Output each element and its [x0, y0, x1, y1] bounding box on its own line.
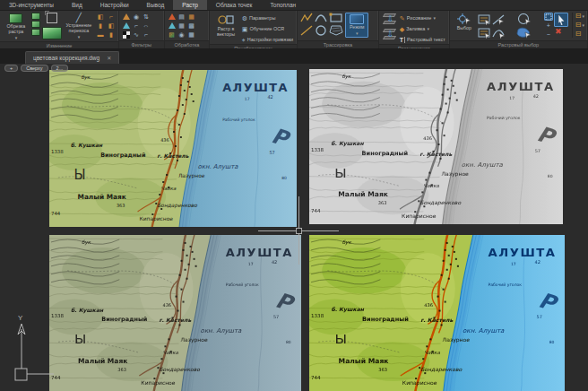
despeckle-icon[interactable]: ⌐ [142, 30, 151, 39]
raster-align-icon[interactable]: ◧ [107, 22, 116, 30]
binarization-icon[interactable] [122, 30, 131, 39]
raster-align-icon[interactable]: ▮ [107, 30, 116, 39]
svg-text:Малый Маяк: Малый Маяк [78, 193, 126, 201]
deselect-icon[interactable]: ✖ [554, 28, 563, 36]
fence-select-icon[interactable]: ⊟▾ [575, 13, 584, 20]
map-quadrant-saturated[interactable]: АЛУШТАРабочий уголок42175780Рбук1338б. К… [309, 235, 565, 391]
svg-text:57: 57 [269, 150, 274, 155]
select-arrow-button[interactable] [554, 13, 568, 27]
brightness-icon[interactable] [168, 13, 177, 21]
ucs-icon: Y [0, 308, 54, 391]
raster-draw-button[interactable]: ✎ Рисование ▾ [399, 13, 446, 22]
rasterize-selected-icon[interactable]: ⇩ [382, 13, 397, 25]
snap-settings-button[interactable]: ⌖ Настройки привязки [241, 35, 294, 44]
snap-settings-label: Настройки привязки [247, 37, 293, 42]
menu-tab-0[interactable]: 3D-инструменты [0, 0, 63, 10]
filter-sharpen-icon[interactable] [122, 22, 131, 30]
filter-blur-icon[interactable] [122, 13, 131, 21]
menu-tab-4[interactable]: Растр [173, 0, 207, 10]
adjust-vertical-icon[interactable]: ⇅ [142, 13, 151, 21]
panel-preobrazovanie: Растр в векторы ⚙ Параметры ▣ Обучение O… [210, 11, 298, 48]
raster-text-button[interactable]: T Растровый текст [399, 35, 446, 44]
ocr-training-button[interactable]: ▣ Обучение OCR [241, 24, 294, 33]
raster-op-icon[interactable] [31, 29, 40, 36]
svg-text:436: 436 [424, 302, 433, 308]
select-circle-icon[interactable] [507, 13, 540, 25]
viewport-view-control[interactable]: Сверху [21, 65, 48, 72]
contrast-icon[interactable] [168, 22, 177, 30]
histogram-icon[interactable]: ▦ [187, 13, 196, 21]
svg-text:42: 42 [272, 259, 277, 265]
trace-hatch-icon[interactable] [329, 25, 343, 36]
menu-tab-3[interactable]: Вывод [138, 0, 174, 10]
color-correction-icon[interactable]: ▩ [168, 30, 177, 39]
trace-polyline-icon[interactable] [300, 13, 313, 23]
levels-icon[interactable]: ▩ [187, 22, 196, 30]
select-arc-icon[interactable] [492, 26, 506, 39]
parameters-button[interactable]: ⚙ Параметры [241, 13, 294, 22]
color-grid-icon[interactable]: ▦ [177, 22, 186, 30]
select-rect-lines-icon[interactable] [478, 13, 491, 25]
document-tab[interactable]: цветовая коррекция.dwg ✕ [25, 51, 119, 64]
trace-arc-icon[interactable] [315, 13, 327, 23]
crop-raster-label: Обрезка растра [4, 24, 29, 35]
crop-raster-button[interactable]: Обрезка растра ▾ [3, 13, 30, 41]
select-polygon-icon[interactable] [507, 26, 540, 39]
threshold-icon[interactable]: ⌐ [132, 22, 141, 30]
menu-tab-5[interactable]: Облака точек [207, 0, 262, 10]
map-quadrant-grayscale[interactable]: АЛУШТАРабочий уголок42175780Рбук1338б. К… [309, 69, 563, 224]
svg-text:Малый Маяк: Малый Маяк [78, 357, 127, 365]
select-add-icon[interactable]: + [544, 22, 553, 30]
svg-text:Кипарисное: Кипарисное [140, 215, 174, 222]
select-rect-crossing-icon[interactable] [478, 26, 491, 39]
select-line-icon[interactable] [492, 13, 506, 25]
menu-tab-6[interactable]: Топоплан [261, 0, 305, 10]
deskew-button[interactable]: ╱ Устранение перекоса ▾ [64, 13, 94, 40]
fence-crossing-icon[interactable]: ⊟▾ [575, 22, 584, 29]
svg-text:Рабочий уголок: Рабочий уголок [487, 116, 521, 120]
viewport-expand-control[interactable]: + [4, 65, 18, 72]
adjust-horizontal-icon[interactable]: ⇔ [142, 22, 151, 30]
map-quadrant-muted[interactable]: АЛУШТАРабочий уголок42175780Рбук1338б. К… [49, 235, 301, 391]
trace-line-icon[interactable] [300, 25, 313, 36]
crop-frame-icon[interactable] [47, 13, 57, 23]
raster-align-icon[interactable]: ◧ [96, 13, 105, 21]
image-adjust-icon[interactable]: ▤ [177, 13, 186, 21]
text-tool-icon: T [400, 37, 405, 43]
preview-icon[interactable]: ◉ [177, 30, 186, 39]
menu-tab-2[interactable]: Настройки [91, 0, 138, 10]
svg-text:42: 42 [267, 94, 272, 100]
svg-text:80: 80 [549, 340, 555, 344]
svg-text:Ы: Ы [74, 167, 88, 183]
raster-op-icon[interactable] [31, 21, 40, 28]
map-quadrant-original[interactable]: АЛУШТАРабочий уголок42175780Рбук1338б. К… [49, 70, 297, 227]
close-icon[interactable]: ✕ [107, 55, 111, 61]
svg-text:1338: 1338 [311, 147, 324, 152]
svg-text:363: 363 [117, 367, 126, 372]
raster-align-icon[interactable]: ▮ [96, 22, 105, 30]
monochrome-filter-icon[interactable]: ◉ [132, 13, 141, 21]
rasterize-all-icon[interactable]: ⇩ [382, 29, 397, 40]
raster-select-button[interactable]: Выбор [453, 13, 476, 32]
invert-icon[interactable]: ▦ [187, 30, 196, 39]
raster-op-icon[interactable] [31, 13, 40, 20]
raster-to-vector-button[interactable]: Растр в векторы [212, 13, 239, 39]
drawing-viewport[interactable]: + Сверху 2... АЛУШТАРабочий уголок4217 [0, 64, 588, 391]
raster-merge-icon[interactable] [42, 27, 62, 39]
raster-align-icon[interactable]: ▬ [96, 30, 105, 39]
chevron-down-icon: ▾ [427, 27, 429, 31]
menu-tab-1[interactable]: Вид [63, 0, 91, 10]
select-subtract-icon[interactable]: − [544, 30, 553, 39]
raster-align-icon[interactable]: ⌐ [107, 13, 116, 21]
fence-options-icon[interactable]: ⊟ [575, 30, 584, 38]
svg-text:Чайка: Чайка [162, 350, 178, 355]
svg-text:363: 363 [378, 200, 387, 205]
ribbon: Обрезка растра ▾ ╱ Устранение перекоса ▾ [0, 11, 588, 49]
trace-mode-button[interactable]: Режим ▾ [345, 13, 368, 38]
select-mode-rect-icon[interactable] [544, 13, 553, 21]
curves-icon[interactable]: ∿ [132, 30, 141, 39]
raster-fill-button[interactable]: ◆ Заливка ▾ [399, 24, 446, 33]
trace-rectangle-icon[interactable] [329, 13, 343, 23]
trace-circle-icon[interactable] [315, 25, 327, 36]
viewport-style-control[interactable]: 2... [51, 65, 69, 72]
